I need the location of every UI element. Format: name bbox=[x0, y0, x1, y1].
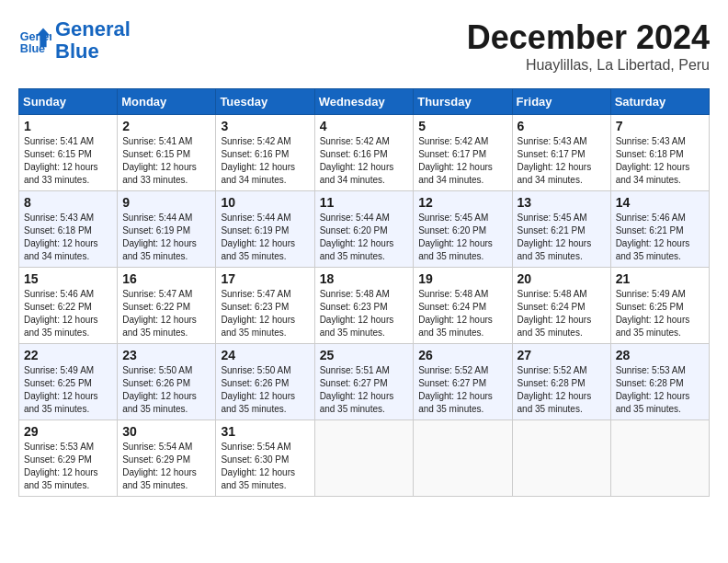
day-info: Sunrise: 5:46 AMSunset: 6:21 PMDaylight:… bbox=[616, 212, 704, 263]
weekday-header-row: SundayMondayTuesdayWednesdayThursdayFrid… bbox=[19, 89, 710, 115]
day-number: 6 bbox=[518, 119, 606, 133]
calendar-cell: 25Sunrise: 5:51 AMSunset: 6:27 PMDayligh… bbox=[314, 344, 414, 420]
calendar-cell: 24Sunrise: 5:50 AMSunset: 6:26 PMDayligh… bbox=[216, 344, 314, 420]
day-info: Sunrise: 5:45 AMSunset: 6:20 PMDaylight:… bbox=[418, 212, 506, 263]
calendar-week-row: 1Sunrise: 5:41 AMSunset: 6:15 PMDaylight… bbox=[19, 115, 710, 191]
calendar-cell: 2Sunrise: 5:41 AMSunset: 6:15 PMDaylight… bbox=[118, 115, 216, 191]
day-info: Sunrise: 5:53 AMSunset: 6:28 PMDaylight:… bbox=[616, 364, 704, 416]
calendar-cell: 20Sunrise: 5:48 AMSunset: 6:24 PMDayligh… bbox=[512, 268, 610, 344]
day-info: Sunrise: 5:52 AMSunset: 6:27 PMDaylight:… bbox=[418, 364, 506, 416]
calendar-week-row: 15Sunrise: 5:46 AMSunset: 6:22 PMDayligh… bbox=[19, 268, 710, 344]
calendar-cell: 8Sunrise: 5:43 AMSunset: 6:18 PMDaylight… bbox=[19, 191, 118, 268]
day-number: 14 bbox=[616, 195, 704, 210]
calendar-cell: 30Sunrise: 5:54 AMSunset: 6:29 PMDayligh… bbox=[118, 420, 216, 497]
day-number: 5 bbox=[418, 119, 506, 133]
day-number: 7 bbox=[616, 119, 704, 133]
day-info: Sunrise: 5:43 AMSunset: 6:17 PMDaylight:… bbox=[518, 135, 606, 187]
calendar-cell bbox=[512, 420, 610, 497]
day-number: 15 bbox=[24, 271, 112, 286]
weekday-header-saturday: Saturday bbox=[610, 89, 709, 115]
calendar-cell: 23Sunrise: 5:50 AMSunset: 6:26 PMDayligh… bbox=[118, 344, 216, 420]
day-info: Sunrise: 5:43 AMSunset: 6:18 PMDaylight:… bbox=[24, 212, 112, 263]
day-info: Sunrise: 5:47 AMSunset: 6:23 PMDaylight:… bbox=[221, 288, 309, 339]
day-info: Sunrise: 5:44 AMSunset: 6:20 PMDaylight:… bbox=[320, 212, 409, 263]
day-number: 20 bbox=[518, 271, 606, 286]
calendar-cell: 12Sunrise: 5:45 AMSunset: 6:20 PMDayligh… bbox=[414, 191, 512, 268]
day-info: Sunrise: 5:48 AMSunset: 6:24 PMDaylight:… bbox=[518, 288, 606, 339]
calendar-cell: 7Sunrise: 5:43 AMSunset: 6:18 PMDaylight… bbox=[610, 115, 709, 191]
calendar-cell: 17Sunrise: 5:47 AMSunset: 6:23 PMDayligh… bbox=[216, 268, 314, 344]
day-info: Sunrise: 5:45 AMSunset: 6:21 PMDaylight:… bbox=[518, 212, 606, 263]
day-info: Sunrise: 5:54 AMSunset: 6:30 PMDaylight:… bbox=[221, 441, 309, 492]
day-info: Sunrise: 5:48 AMSunset: 6:23 PMDaylight:… bbox=[320, 288, 409, 339]
header: General Blue GeneralBlue December 2024 H… bbox=[18, 18, 710, 74]
calendar-cell: 22Sunrise: 5:49 AMSunset: 6:25 PMDayligh… bbox=[19, 344, 118, 420]
calendar-cell: 10Sunrise: 5:44 AMSunset: 6:19 PMDayligh… bbox=[216, 191, 314, 268]
day-info: Sunrise: 5:46 AMSunset: 6:22 PMDaylight:… bbox=[24, 288, 112, 339]
day-number: 31 bbox=[221, 424, 309, 439]
day-number: 22 bbox=[24, 348, 112, 362]
day-number: 23 bbox=[122, 348, 210, 362]
day-number: 3 bbox=[221, 119, 309, 133]
day-number: 8 bbox=[24, 195, 112, 210]
day-number: 26 bbox=[418, 348, 506, 362]
day-info: Sunrise: 5:50 AMSunset: 6:26 PMDaylight:… bbox=[122, 364, 210, 416]
weekday-header-monday: Monday bbox=[118, 89, 216, 115]
day-number: 17 bbox=[221, 271, 309, 286]
day-info: Sunrise: 5:52 AMSunset: 6:28 PMDaylight:… bbox=[518, 364, 606, 416]
day-info: Sunrise: 5:44 AMSunset: 6:19 PMDaylight:… bbox=[221, 212, 309, 263]
day-number: 24 bbox=[221, 348, 309, 362]
weekday-header-tuesday: Tuesday bbox=[216, 89, 314, 115]
day-info: Sunrise: 5:48 AMSunset: 6:24 PMDaylight:… bbox=[418, 288, 506, 339]
calendar-week-row: 29Sunrise: 5:53 AMSunset: 6:29 PMDayligh… bbox=[19, 420, 710, 497]
calendar-cell: 29Sunrise: 5:53 AMSunset: 6:29 PMDayligh… bbox=[19, 420, 118, 497]
day-number: 10 bbox=[221, 195, 309, 210]
logo-text: GeneralBlue bbox=[55, 18, 131, 63]
location-title: Huaylillas, La Libertad, Peru bbox=[467, 57, 710, 74]
day-info: Sunrise: 5:43 AMSunset: 6:18 PMDaylight:… bbox=[616, 135, 704, 187]
calendar-cell: 6Sunrise: 5:43 AMSunset: 6:17 PMDaylight… bbox=[512, 115, 610, 191]
weekday-header-friday: Friday bbox=[512, 89, 610, 115]
calendar-cell: 3Sunrise: 5:42 AMSunset: 6:16 PMDaylight… bbox=[216, 115, 314, 191]
logo-icon: General Blue bbox=[18, 24, 51, 57]
title-area: December 2024 Huaylillas, La Libertad, P… bbox=[467, 18, 710, 74]
calendar-cell: 1Sunrise: 5:41 AMSunset: 6:15 PMDaylight… bbox=[19, 115, 118, 191]
weekday-header-thursday: Thursday bbox=[414, 89, 512, 115]
day-info: Sunrise: 5:42 AMSunset: 6:16 PMDaylight:… bbox=[221, 135, 309, 187]
calendar-cell bbox=[314, 420, 414, 497]
day-number: 13 bbox=[518, 195, 606, 210]
day-info: Sunrise: 5:53 AMSunset: 6:29 PMDaylight:… bbox=[24, 441, 112, 492]
weekday-header-wednesday: Wednesday bbox=[314, 89, 414, 115]
day-info: Sunrise: 5:41 AMSunset: 6:15 PMDaylight:… bbox=[24, 135, 112, 187]
calendar-cell bbox=[414, 420, 512, 497]
calendar-cell: 28Sunrise: 5:53 AMSunset: 6:28 PMDayligh… bbox=[610, 344, 709, 420]
calendar-cell: 16Sunrise: 5:47 AMSunset: 6:22 PMDayligh… bbox=[118, 268, 216, 344]
day-number: 29 bbox=[24, 424, 112, 439]
calendar-cell: 31Sunrise: 5:54 AMSunset: 6:30 PMDayligh… bbox=[216, 420, 314, 497]
calendar-cell: 18Sunrise: 5:48 AMSunset: 6:23 PMDayligh… bbox=[314, 268, 414, 344]
calendar-cell: 14Sunrise: 5:46 AMSunset: 6:21 PMDayligh… bbox=[610, 191, 709, 268]
day-number: 1 bbox=[24, 119, 112, 133]
day-number: 30 bbox=[122, 424, 210, 439]
day-info: Sunrise: 5:44 AMSunset: 6:19 PMDaylight:… bbox=[122, 212, 210, 263]
weekday-header-sunday: Sunday bbox=[19, 89, 118, 115]
calendar-cell: 15Sunrise: 5:46 AMSunset: 6:22 PMDayligh… bbox=[19, 268, 118, 344]
day-info: Sunrise: 5:51 AMSunset: 6:27 PMDaylight:… bbox=[320, 364, 409, 416]
day-number: 18 bbox=[320, 271, 409, 286]
calendar-cell: 19Sunrise: 5:48 AMSunset: 6:24 PMDayligh… bbox=[414, 268, 512, 344]
day-info: Sunrise: 5:50 AMSunset: 6:26 PMDaylight:… bbox=[221, 364, 309, 416]
logo: General Blue GeneralBlue bbox=[18, 18, 131, 63]
calendar-cell: 11Sunrise: 5:44 AMSunset: 6:20 PMDayligh… bbox=[314, 191, 414, 268]
calendar-cell: 5Sunrise: 5:42 AMSunset: 6:17 PMDaylight… bbox=[414, 115, 512, 191]
day-number: 19 bbox=[418, 271, 506, 286]
day-info: Sunrise: 5:42 AMSunset: 6:16 PMDaylight:… bbox=[320, 135, 409, 187]
calendar-cell bbox=[610, 420, 709, 497]
day-info: Sunrise: 5:49 AMSunset: 6:25 PMDaylight:… bbox=[24, 364, 112, 416]
calendar-table: SundayMondayTuesdayWednesdayThursdayFrid… bbox=[18, 88, 710, 497]
day-number: 27 bbox=[518, 348, 606, 362]
calendar-week-row: 8Sunrise: 5:43 AMSunset: 6:18 PMDaylight… bbox=[19, 191, 710, 268]
month-title: December 2024 bbox=[467, 18, 710, 57]
day-number: 4 bbox=[320, 119, 409, 133]
calendar-cell: 27Sunrise: 5:52 AMSunset: 6:28 PMDayligh… bbox=[512, 344, 610, 420]
calendar-cell: 21Sunrise: 5:49 AMSunset: 6:25 PMDayligh… bbox=[610, 268, 709, 344]
